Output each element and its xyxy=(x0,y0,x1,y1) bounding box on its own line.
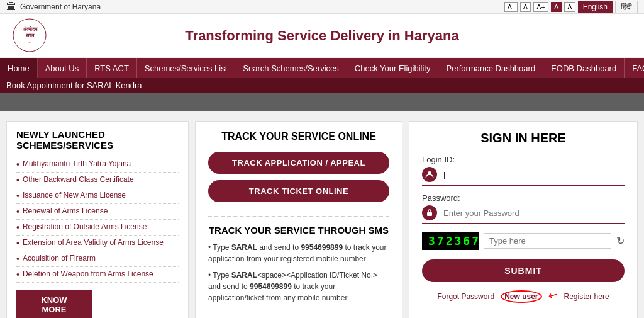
font-normal-btn[interactable]: A xyxy=(520,2,531,12)
list-item[interactable]: Deletion of Weapon from Arms License xyxy=(16,267,179,283)
track-online-title: TRACK YOUR SERVICE ONLINE xyxy=(208,131,389,142)
list-item[interactable]: Issuance of New Arms License xyxy=(16,188,179,204)
nav-eligibility[interactable]: Check Your Eligibility xyxy=(347,58,439,78)
user-icon xyxy=(422,167,437,182)
submit-button[interactable]: SUBMIT xyxy=(422,259,625,282)
site-header: अंत्योदय सरल » Transforming Service Deli… xyxy=(0,14,644,58)
nav-rts[interactable]: RTS ACT xyxy=(87,58,137,78)
nav-home[interactable]: Home xyxy=(0,58,38,78)
sub-nav-label: Book Appointment for SARAL Kendra xyxy=(6,81,142,90)
font-dark-btn[interactable]: A xyxy=(564,2,575,12)
accessibility-bar: A- A A+ A A English हिंदी xyxy=(504,1,638,13)
sms-instruction-2: • Type SARAL<space><Application ID/Ticke… xyxy=(208,270,389,304)
track-application-button[interactable]: TRACK APPLICATION / APPEAL xyxy=(208,152,389,174)
forgot-password-link[interactable]: Forgot Password xyxy=(437,292,494,301)
svg-rect-5 xyxy=(427,212,432,216)
main-content: NEWLY LAUNCHED SCHEMES/SERVICES Mukhyama… xyxy=(0,111,644,318)
divider xyxy=(208,216,389,217)
logo-area: अंत्योदय सरल » xyxy=(13,18,47,53)
nav-schemes[interactable]: Schemes/Services List xyxy=(137,58,236,78)
list-item[interactable]: Other Backward Class Certificate xyxy=(16,173,179,188)
login-id-input[interactable] xyxy=(441,169,625,181)
font-large-btn[interactable]: A+ xyxy=(533,2,548,12)
nav-about[interactable]: About Us xyxy=(38,58,87,78)
gov-emblem-icon: 🏛 xyxy=(6,1,16,13)
register-link[interactable]: Register here xyxy=(564,292,609,301)
nav-faq[interactable]: FAQ's xyxy=(625,58,644,78)
nav-search[interactable]: Search Schemes/Services xyxy=(235,58,347,78)
gov-name: Government of Haryana xyxy=(20,3,101,11)
saral-logo: अंत्योदय सरल » xyxy=(13,18,47,53)
password-input[interactable] xyxy=(441,207,625,219)
gov-name-area: 🏛 Government of Haryana xyxy=(6,1,101,13)
list-item[interactable]: Renewal of Arms License xyxy=(16,204,179,220)
middle-panel: TRACK YOUR SERVICE ONLINE TRACK APPLICAT… xyxy=(195,121,402,318)
lang-english-btn[interactable]: English xyxy=(578,1,613,13)
scheme-list: Mukhyamantri Tirth Yatra Yojana Other Ba… xyxy=(16,157,179,283)
password-row xyxy=(422,205,625,224)
new-user-link[interactable]: New user xyxy=(501,290,541,303)
password-label: Password: xyxy=(422,193,625,203)
right-panel: SIGN IN HERE Login ID: Password: 372367 … xyxy=(409,121,638,318)
site-title: Transforming Service Delivery in Haryana xyxy=(185,28,458,44)
captcha-refresh-icon[interactable]: ↻ xyxy=(616,235,625,247)
svg-text:सरल: सरल xyxy=(25,33,35,38)
arrow-icon: ↙ xyxy=(545,287,560,304)
sms-instruction-1: • Type SARAL and send to 9954699899 to t… xyxy=(208,242,389,264)
track-ticket-button[interactable]: TRACK TICKET ONLINE xyxy=(208,180,389,202)
list-item[interactable]: Mukhyamantri Tirth Yatra Yojana xyxy=(16,157,179,173)
list-item[interactable]: Acquisition of Firearm xyxy=(16,251,179,267)
left-panel: NEWLY LAUNCHED SCHEMES/SERVICES Mukhyama… xyxy=(6,121,189,318)
list-item[interactable]: Registration of Outside Arms License xyxy=(16,220,179,236)
list-item[interactable]: Extension of Area Validity of Arms Licen… xyxy=(16,236,179,251)
svg-text:अंत्योदय: अंत्योदय xyxy=(23,26,38,32)
lang-hindi-btn[interactable]: हिंदी xyxy=(615,1,638,13)
track-sms-title: TRACK YOUR SERVICE THROUGH SMS xyxy=(208,225,389,236)
captcha-image: 372367 xyxy=(422,232,479,250)
login-id-label: Login ID: xyxy=(422,155,625,164)
bottom-links: Forgot Password New user ↙ Register here xyxy=(422,288,625,303)
hero-banner xyxy=(0,93,644,111)
sub-nav-appointment[interactable]: Book Appointment for SARAL Kendra xyxy=(0,78,644,93)
font-white-btn[interactable]: A xyxy=(551,2,562,12)
captcha-row: 372367 ↻ xyxy=(422,232,625,250)
nav-dashboard[interactable]: Performance Dashboard xyxy=(438,58,543,78)
lock-icon xyxy=(422,205,437,220)
login-id-row xyxy=(422,167,625,186)
left-panel-title: NEWLY LAUNCHED SCHEMES/SERVICES xyxy=(16,129,179,150)
top-bar: 🏛 Government of Haryana A- A A+ A A Engl… xyxy=(0,0,644,14)
nav-eodb[interactable]: EODB Dashboard xyxy=(543,58,625,78)
signin-title: SIGN IN HERE xyxy=(422,131,625,145)
font-small-btn[interactable]: A- xyxy=(504,2,518,12)
captcha-input[interactable] xyxy=(484,233,611,249)
know-more-button[interactable]: KNOW MORE xyxy=(16,290,92,318)
main-nav: Home About Us RTS ACT Schemes/Services L… xyxy=(0,58,644,78)
